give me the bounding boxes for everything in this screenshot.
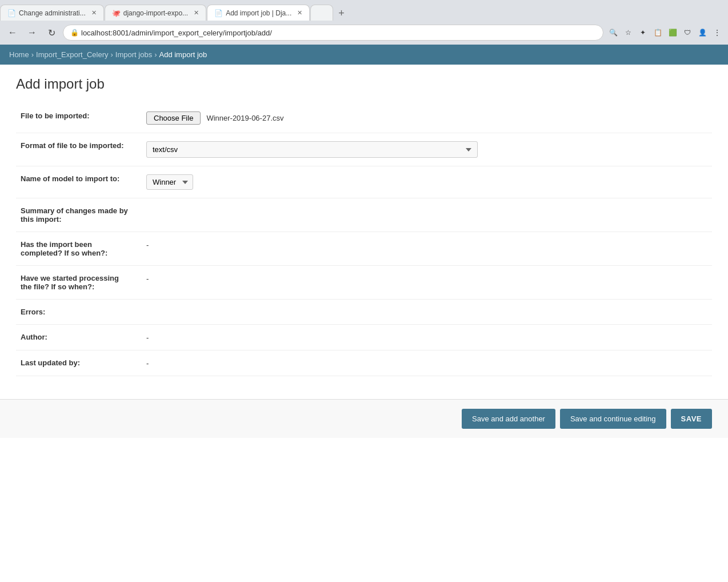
tab-label-3: Add import job | Dja... [226, 9, 291, 17]
extension-icon-5[interactable]: 👤 [696, 26, 709, 39]
breadcrumb-sep-3: › [154, 50, 157, 59]
field-label-author: Author: [16, 325, 142, 350]
extension-icon-1[interactable]: ✦ [637, 26, 649, 39]
field-label-completed: Has the import been completed? If so whe… [16, 232, 142, 266]
file-input-area: Choose File Winner-2019-06-27.csv [146, 111, 707, 125]
breadcrumb-nav: Home › Import_Export_Celery › Import job… [0, 45, 728, 65]
tab-4[interactable] [310, 5, 333, 21]
form-table: File to be imported: Choose File Winner-… [16, 103, 712, 376]
save-button[interactable]: SAVE [671, 409, 712, 429]
back-button[interactable]: ← [5, 25, 21, 41]
tab-favicon-1: 📄 [7, 9, 15, 17]
tab-favicon-3: 📄 [214, 9, 222, 17]
field-row-summary: Summary of changes made by this import: [16, 198, 712, 232]
field-value-author: - [142, 325, 712, 350]
field-row-completed: Has the import been completed? If so whe… [16, 232, 712, 266]
extension-icon-4[interactable]: 🛡 [681, 26, 694, 39]
author-value: - [146, 333, 149, 342]
breadcrumb-section[interactable]: Import_Export_Celery [36, 50, 108, 59]
tab-label-1: Change administrati... [19, 9, 86, 17]
field-value-format: text/csv application/json text/tab-separ… [142, 133, 712, 166]
browser-toolbar-icons: 🔍 ☆ ✦ 📋 🟩 🛡 👤 ⋮ [607, 26, 723, 39]
breadcrumb-home[interactable]: Home [9, 50, 29, 59]
extension-icon-3[interactable]: 🟩 [666, 26, 679, 39]
tab-bar: 📄 Change administrati... ✕ 🐙 django-impo… [0, 0, 728, 21]
forward-button[interactable]: → [24, 25, 40, 41]
tab-close-1[interactable]: ✕ [91, 9, 97, 17]
field-row-format: Format of file to be imported: text/csv … [16, 133, 712, 166]
field-row-model: Name of model to import to: Winner [16, 166, 712, 198]
field-label-format: Format of file to be imported: [16, 133, 142, 166]
field-row-last-updated: Last updated by: - [16, 350, 712, 376]
save-continue-button[interactable]: Save and continue editing [560, 409, 666, 429]
field-value-model: Winner [142, 166, 712, 198]
breadcrumb-current: Add import job [159, 50, 207, 59]
main-content: Add import job File to be imported: Choo… [0, 65, 728, 388]
field-label-errors: Errors: [16, 300, 142, 325]
file-name-display: Winner-2019-06-27.csv [206, 114, 283, 122]
field-value-summary [142, 198, 712, 232]
completed-value: - [146, 241, 149, 249]
format-select[interactable]: text/csv application/json text/tab-separ… [146, 141, 478, 158]
tab-favicon-4 [318, 9, 326, 17]
page-title: Add import job [16, 76, 712, 92]
form-footer: Save and add another Save and continue e… [0, 399, 728, 438]
field-label-model: Name of model to import to: [16, 166, 142, 198]
extension-icon-2[interactable]: 📋 [651, 26, 664, 39]
last-updated-value: - [146, 359, 149, 368]
field-value-errors [142, 300, 712, 325]
field-value-last-updated: - [142, 350, 712, 376]
field-row-author: Author: - [16, 325, 712, 350]
field-label-summary: Summary of changes made by this import: [16, 198, 142, 232]
save-add-another-button[interactable]: Save and add another [462, 409, 555, 429]
breadcrumb-list[interactable]: Import jobs [115, 50, 152, 59]
field-label-last-updated: Last updated by: [16, 350, 142, 376]
url-bar[interactable]: 🔒 localhost:8001/admin/import_export_cel… [63, 25, 603, 41]
field-row-started: Have we started processing the file? If … [16, 266, 712, 300]
tab-1[interactable]: 📄 Change administrati... ✕ [0, 5, 104, 21]
tab-3[interactable]: 📄 Add import job | Dja... ✕ [207, 5, 310, 21]
started-value: - [146, 274, 149, 283]
tab-2[interactable]: 🐙 django-import-expo... ✕ [105, 5, 206, 21]
tab-close-3[interactable]: ✕ [297, 9, 302, 17]
search-icon[interactable]: 🔍 [607, 26, 619, 39]
field-value-file: Choose File Winner-2019-06-27.csv [142, 103, 712, 133]
field-label-file: File to be imported: [16, 103, 142, 133]
address-bar: ← → ↻ 🔒 localhost:8001/admin/import_expo… [0, 21, 728, 45]
url-secure-icon: 🔒 [70, 29, 79, 37]
url-text: localhost:8001/admin/import_export_celer… [81, 29, 596, 37]
breadcrumb-sep-2: › [110, 50, 113, 59]
breadcrumb-sep-1: › [31, 50, 34, 59]
tab-close-2[interactable]: ✕ [194, 9, 199, 17]
menu-icon[interactable]: ⋮ [711, 26, 723, 39]
field-value-completed: - [142, 232, 712, 266]
choose-file-button[interactable]: Choose File [146, 111, 201, 125]
field-row-file: File to be imported: Choose File Winner-… [16, 103, 712, 133]
new-tab-button[interactable]: + [334, 6, 349, 21]
model-select[interactable]: Winner [146, 174, 193, 190]
reload-button[interactable]: ↻ [43, 25, 59, 41]
tab-favicon-2: 🐙 [112, 9, 120, 17]
field-label-started: Have we started processing the file? If … [16, 266, 142, 300]
bookmark-icon[interactable]: ☆ [622, 26, 634, 39]
browser-chrome: 📄 Change administrati... ✕ 🐙 django-impo… [0, 0, 728, 45]
field-value-started: - [142, 266, 712, 300]
tab-label-2: django-import-expo... [123, 9, 188, 17]
field-row-errors: Errors: [16, 300, 712, 325]
